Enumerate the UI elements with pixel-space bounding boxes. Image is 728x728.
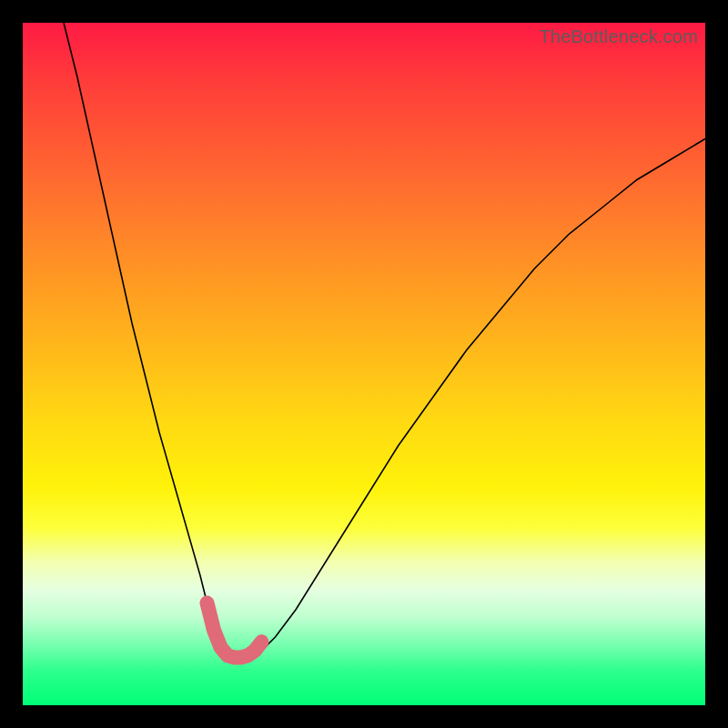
- optimal-range-marker: [207, 603, 262, 658]
- bottleneck-curve-svg: [23, 23, 705, 705]
- chart-plot-area: TheBottleneck.com: [23, 23, 705, 705]
- bottleneck-curve-path: [64, 23, 705, 658]
